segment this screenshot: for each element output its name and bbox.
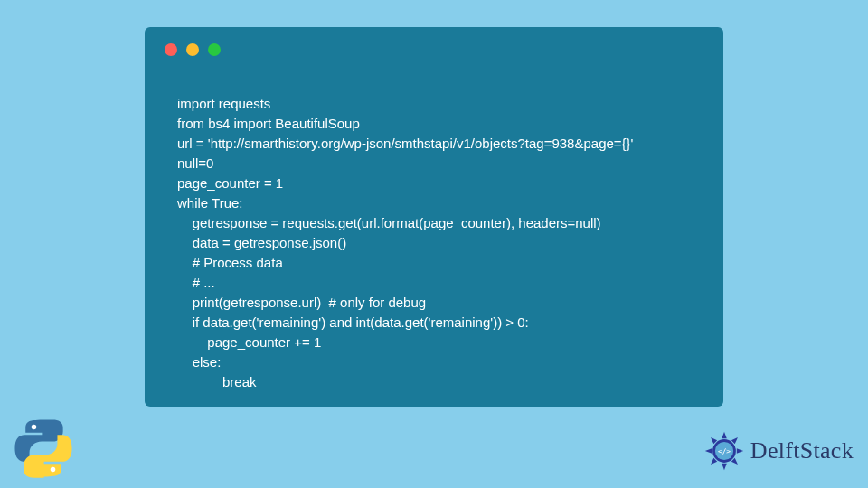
python-logo-icon <box>13 418 74 479</box>
code-block: import requests from bs4 import Beautifu… <box>177 94 702 392</box>
svg-marker-2 <box>722 432 727 438</box>
svg-marker-9 <box>709 436 717 444</box>
svg-marker-4 <box>737 448 743 454</box>
brand-badge: </> DelftStack <box>703 430 854 472</box>
code-window: import requests from bs4 import Beautifu… <box>145 27 723 407</box>
zoom-icon[interactable] <box>208 43 221 56</box>
svg-point-1 <box>51 467 56 473</box>
svg-marker-6 <box>722 464 727 470</box>
svg-text:</>: </> <box>718 447 731 455</box>
window-traffic-lights <box>165 43 221 56</box>
delftstack-logo-icon: </> <box>703 430 745 472</box>
brand-name: DelftStack <box>750 437 854 465</box>
svg-marker-8 <box>705 448 712 454</box>
minimize-icon[interactable] <box>186 43 199 56</box>
svg-marker-7 <box>709 458 717 466</box>
svg-point-0 <box>32 425 37 430</box>
svg-marker-3 <box>731 436 740 444</box>
close-icon[interactable] <box>165 43 177 56</box>
svg-marker-5 <box>731 458 740 466</box>
